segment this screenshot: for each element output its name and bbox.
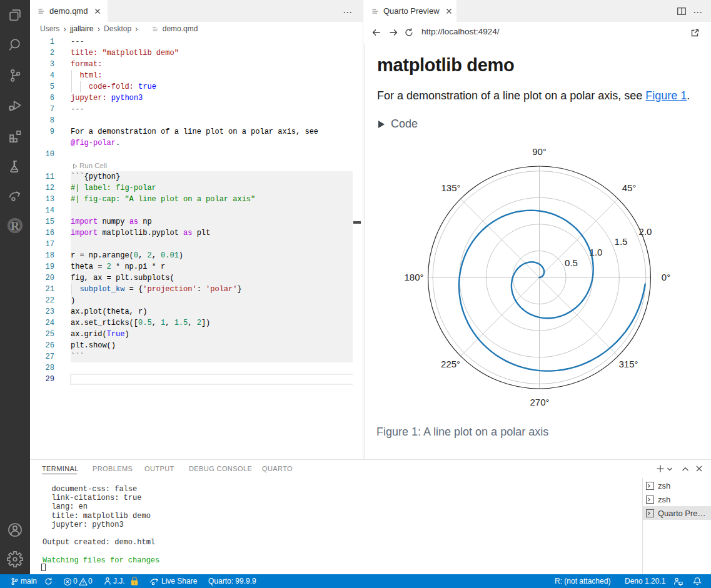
svg-text:90°: 90°: [532, 146, 547, 157]
svg-text:0°: 0°: [662, 272, 670, 282]
svg-text:135°: 135°: [441, 182, 460, 193]
svg-text:225°: 225°: [441, 359, 460, 369]
svg-text:0.5: 0.5: [565, 257, 578, 268]
svg-text:315°: 315°: [618, 359, 638, 369]
svg-text:270°: 270°: [530, 397, 549, 407]
svg-text:1.5: 1.5: [615, 236, 628, 247]
svg-text:45°: 45°: [622, 182, 637, 193]
svg-text:180°: 180°: [404, 272, 423, 282]
svg-text:1.0: 1.0: [590, 247, 603, 257]
svg-text:R: R: [11, 219, 20, 232]
svg-text:2.0: 2.0: [639, 226, 652, 237]
